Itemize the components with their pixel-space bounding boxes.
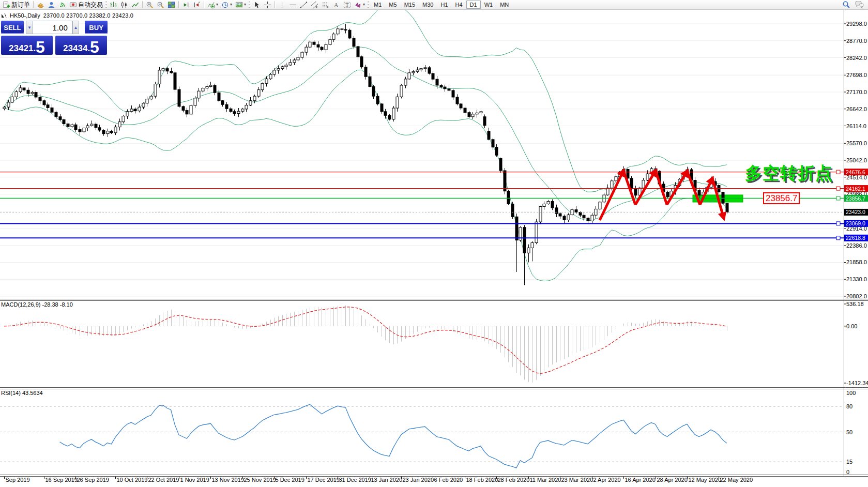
sell-price-button[interactable]: 23421.5: [1, 36, 53, 55]
toolbar-grip: [368, 1, 369, 8]
templates-button[interactable]: ▾: [234, 1, 248, 9]
svg-text:23069.0: 23069.0: [846, 220, 865, 226]
main-toolbar: 新订单 自动交易 ▾ ▾: [0, 0, 868, 10]
chart-shift-button[interactable]: [191, 1, 202, 9]
svg-text:25042.0: 25042.0: [846, 157, 867, 163]
zoom-out-icon: [157, 1, 164, 9]
svg-text:21330.0: 21330.0: [846, 276, 867, 282]
tile-windows-button[interactable]: [166, 1, 177, 9]
date-axis: Sep 201916 Sep 201926 Sep 201910 Oct 201…: [5, 477, 753, 483]
pane-separators[interactable]: [0, 299, 868, 477]
timeframe-m30[interactable]: M30: [419, 1, 437, 9]
hline-handle[interactable]: [836, 187, 840, 190]
timeframe-mn[interactable]: MN: [496, 1, 512, 9]
hline-handle[interactable]: [836, 222, 840, 225]
one-click-trading-panel: SELL ▼ 1.00 ▲ BUY 23421.5 23434.5: [1, 21, 108, 55]
svg-text:27698.0: 27698.0: [846, 72, 867, 78]
separator: [142, 1, 143, 8]
line-chart-button[interactable]: [130, 1, 141, 9]
sell-button[interactable]: SELL: [1, 21, 24, 34]
separator: [204, 1, 204, 8]
timeframe-m15[interactable]: M15: [401, 1, 419, 9]
text-button[interactable]: A: [331, 1, 342, 9]
svg-text:-1412.34: -1412.34: [846, 380, 868, 386]
buy-price-button[interactable]: 23434.5: [55, 36, 107, 55]
price-chart: 29298.028770.028242.027698.027170.026642…: [0, 0, 868, 487]
bar-chart-icon: [110, 1, 117, 9]
autotrading-button[interactable]: 自动交易: [68, 1, 104, 9]
hline-handle[interactable]: [836, 196, 840, 200]
svg-text:Sep 2019: Sep 2019: [6, 477, 30, 483]
zoom-out-button[interactable]: [155, 1, 166, 9]
template-icon: [235, 1, 243, 9]
channel-icon: E: [311, 1, 318, 9]
signals-button[interactable]: [57, 1, 68, 9]
sell-price-pips: 5: [36, 40, 45, 54]
new-order-button[interactable]: 新订单: [1, 1, 32, 9]
buy-price-pips: 5: [90, 40, 99, 54]
candlestick-chart-button[interactable]: [119, 1, 130, 9]
svg-text:23 Jan 2020: 23 Jan 2020: [403, 477, 434, 483]
svg-text:28 Apr 2020: 28 Apr 2020: [657, 477, 688, 483]
line-chart-icon: [131, 1, 139, 9]
search-icon[interactable]: [842, 1, 850, 9]
horizontal-line-icon: [289, 1, 297, 9]
crosshair-button[interactable]: [262, 1, 273, 9]
svg-text:27170.0: 27170.0: [846, 89, 867, 95]
timeframe-d1[interactable]: D1: [466, 1, 481, 9]
svg-text:18 Feb 2020: 18 Feb 2020: [466, 477, 498, 483]
svg-text:23 Mar 2020: 23 Mar 2020: [561, 477, 593, 483]
auto-scroll-icon: [182, 1, 190, 9]
volume-increase-button[interactable]: ▲: [72, 21, 79, 34]
indicators-dropdown-caret: ▾: [216, 3, 218, 7]
indicators-button[interactable]: ▾: [206, 1, 220, 9]
turning-point-annotation[interactable]: 多空转折点: [745, 162, 833, 185]
community-icon: [48, 1, 55, 9]
crosshair-icon: [264, 1, 271, 9]
channel-button[interactable]: E: [309, 1, 320, 9]
timeframe-h4[interactable]: H4: [452, 1, 466, 9]
community-button[interactable]: [46, 1, 57, 9]
hline-handle[interactable]: [836, 236, 840, 240]
tile-windows-icon: [167, 1, 175, 9]
svg-text:31 Dec 2019: 31 Dec 2019: [339, 477, 371, 483]
svg-text:23423.0: 23423.0: [846, 209, 865, 215]
auto-scroll-button[interactable]: [180, 1, 191, 9]
timeframe-m5[interactable]: M5: [385, 1, 400, 9]
horizontal-line-button[interactable]: [287, 1, 298, 9]
fibonacci-button[interactable]: F: [320, 1, 331, 9]
volume-decrease-button[interactable]: ▼: [26, 21, 33, 34]
text-label-button[interactable]: T: [342, 1, 353, 9]
periods-button[interactable]: ▾: [220, 1, 234, 9]
svg-text:22386.0: 22386.0: [846, 242, 867, 249]
mt4-terminal: { "toolbar": { "new_order_label": "新订单",…: [0, 0, 868, 487]
cursor-button[interactable]: [251, 1, 262, 9]
price-tag-label[interactable]: 23856.7: [763, 192, 800, 204]
vertical-line-button[interactable]: [277, 1, 287, 9]
timeframe-w1[interactable]: W1: [481, 1, 497, 9]
chat-icon[interactable]: [855, 1, 864, 9]
zoom-in-icon: [146, 1, 154, 9]
clock-icon: [221, 1, 229, 9]
svg-text:10 Oct 2019: 10 Oct 2019: [117, 477, 148, 483]
zoom-in-button[interactable]: [144, 1, 155, 9]
candlestick-chart-icon: [120, 1, 128, 9]
timeframe-group: M1M5M15M30H1H4D1W1MN: [370, 1, 512, 9]
vertical-line-icon: [278, 1, 286, 9]
trendline-button[interactable]: [298, 1, 309, 9]
volume-input[interactable]: 1.00: [33, 21, 72, 34]
svg-text:536.18: 536.18: [846, 301, 864, 307]
hline-handle[interactable]: [836, 170, 840, 174]
arrows-button[interactable]: ▾: [353, 1, 367, 9]
market-button[interactable]: [35, 1, 46, 9]
svg-text:12 May 2020: 12 May 2020: [689, 477, 722, 483]
timeframe-h1[interactable]: H1: [437, 1, 451, 9]
svg-text:15: 15: [846, 459, 852, 465]
timeframe-m1[interactable]: M1: [370, 1, 385, 9]
buy-button[interactable]: BUY: [85, 21, 108, 34]
bar-chart-button[interactable]: [108, 1, 119, 9]
svg-text:5 Dec 2019: 5 Dec 2019: [276, 477, 304, 483]
svg-text:0.00: 0.00: [846, 323, 857, 329]
periods-dropdown-caret: ▾: [230, 3, 232, 7]
new-order-label: 新订单: [11, 1, 30, 9]
